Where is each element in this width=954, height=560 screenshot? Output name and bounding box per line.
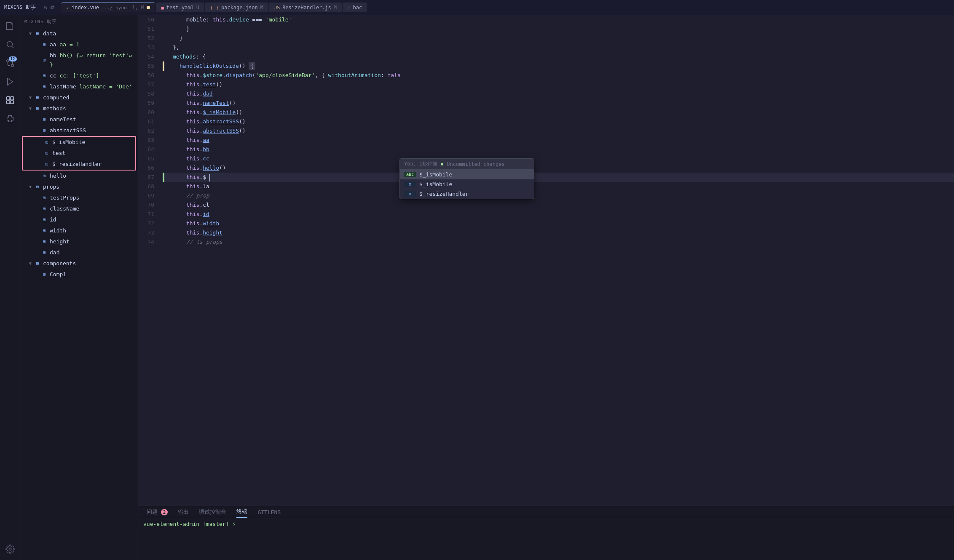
tree-item-bb[interactable]: ⊞ bb bb() {↵ return 'test'↵ }: [20, 50, 138, 70]
tree-item-testProps[interactable]: ⊞ testProps: [20, 192, 138, 203]
output-label: 输出: [178, 509, 189, 515]
tree-item-props[interactable]: ▼ ⊞ props: [20, 181, 138, 192]
code-line-59: this.nameTest(): [163, 99, 954, 108]
aa-icon: ⊞: [40, 40, 48, 49]
editor: 50 51 52 53 54 55 56 57 58 59 60 61 62 6…: [138, 15, 954, 560]
tab-output[interactable]: 输出: [178, 507, 189, 517]
activity-mixins[interactable]: [3, 93, 18, 108]
tab-terminal[interactable]: 终端: [236, 506, 247, 518]
tree-label-components: components: [43, 259, 138, 268]
tree-label-computed: computed: [43, 93, 138, 102]
sidebar: MIXINS 助手 ▼ ⊞ data ⊞ aa aa = 1 ⊞ bb bb()…: [20, 15, 138, 560]
activity-extensions[interactable]: [3, 111, 18, 126]
tab-path: .../layout: [102, 5, 129, 11]
code-content[interactable]: mobile: this.device === 'mobile' } }: [159, 15, 954, 506]
tree-item-nameTest[interactable]: ⊞ nameTest: [20, 114, 138, 125]
svg-marker-4: [7, 78, 13, 85]
terminal-area[interactable]: vue-element-admin [master] ⚡: [138, 518, 954, 560]
tree-item-aa[interactable]: ⊞ aa aa = 1: [20, 39, 138, 50]
autocomplete-item-2[interactable]: ⊕ $_resizeHandler: [400, 189, 534, 199]
code-line-65: this.cc: [163, 154, 954, 163]
panel-tabs: 问题 2 输出 调试控制台 终端 GITLENS: [138, 506, 954, 518]
abstractSSS-icon: ⊞: [40, 126, 48, 135]
autocomplete-item-1[interactable]: ⊕ $_isMobile: [400, 179, 534, 189]
tree-item-resizeHandler[interactable]: ⊞ $_resizeHandler: [23, 159, 135, 170]
autocomplete-dot: [441, 163, 443, 165]
tree-item-height[interactable]: ⊞ height: [20, 236, 138, 247]
source-control-badge: 12: [9, 56, 17, 61]
tree-item-dad[interactable]: ⊞ dad: [20, 247, 138, 258]
tree-item-lastName[interactable]: ⊞ lastName lastName = 'Doe': [20, 81, 138, 92]
tree-item-computed[interactable]: ▼ ⊞ computed: [20, 92, 138, 103]
methods-icon: ⊞: [34, 104, 41, 113]
reload-icon[interactable]: ↻: [44, 4, 48, 11]
className-icon: ⊞: [40, 204, 48, 213]
ac-label-1: $_isMobile: [419, 181, 452, 187]
js-icon: JS: [274, 5, 280, 11]
tree-item-data[interactable]: ▼ ⊞ data: [20, 28, 138, 39]
code-line-57: this.test(): [163, 80, 954, 89]
tree-item-width[interactable]: ⊞ width: [20, 225, 138, 236]
tree-label-bb: bb bb() {↵ return 'test'↵ }: [50, 51, 138, 69]
tree-arrow-components: ▼: [27, 259, 34, 268]
code-line-50: mobile: this.device === 'mobile': [163, 15, 954, 24]
terminal-text: vue-element-admin [master] ⚡: [143, 521, 236, 527]
autocomplete-item-0[interactable]: abc $_isMobile: [400, 170, 534, 179]
tab-badge-index: 1, M: [132, 5, 144, 11]
split-icon[interactable]: ⧉: [51, 4, 54, 11]
code-line-71: this.id: [163, 210, 954, 219]
selected-methods-group: ⊞ $_isMobile ⊞ test ⊞ $_resizeHandler: [22, 136, 136, 171]
svg-point-0: [7, 42, 12, 47]
vue-icon: ✓: [66, 5, 69, 11]
ac-type-fn-2: ⊕: [404, 191, 416, 197]
code-line-69: // prop: [163, 191, 954, 200]
svg-rect-6: [10, 97, 13, 100]
terminal-label: 终端: [236, 508, 247, 515]
code-line-60: this.$_isMobile(): [163, 108, 954, 117]
activity-settings[interactable]: [3, 541, 18, 557]
tree-label-cc: cc cc: ['test']: [50, 71, 138, 80]
activity-files[interactable]: [3, 19, 18, 34]
activity-run[interactable]: [3, 74, 18, 89]
tab-debug-console[interactable]: 调试控制台: [199, 507, 226, 517]
tab-package-json[interactable]: { } package.json M: [205, 3, 268, 12]
tab-gitlens[interactable]: GITLENS: [257, 507, 281, 517]
tree-item-abstractSSS[interactable]: ⊞ abstractSSS: [20, 125, 138, 136]
hello-icon: ⊞: [40, 171, 48, 181]
code-line-54: methods: {: [163, 52, 954, 61]
svg-point-3: [11, 64, 13, 67]
tab-badge-resize: M: [334, 5, 337, 11]
tree-item-comp1[interactable]: ⊞ Comp1: [20, 269, 138, 280]
tab-bac[interactable]: T bac: [343, 3, 367, 12]
svg-line-1: [12, 46, 13, 48]
tab-test-yaml[interactable]: ■ test.yaml U: [156, 3, 204, 12]
debug-label: 调试控制台: [199, 509, 226, 515]
code-line-66: this.hello(): [163, 163, 954, 173]
activity-search[interactable]: [3, 37, 18, 52]
tree-item-methods[interactable]: ▼ ⊞ methods: [20, 103, 138, 114]
code-line-67: this.$_: [163, 173, 954, 182]
code-line-70: this.cl: [163, 200, 954, 210]
ac-type-fn-1: ⊕: [404, 181, 416, 187]
tab-dot: [147, 6, 150, 9]
problems-label: 问题: [147, 509, 161, 515]
components-icon: ⊞: [34, 259, 41, 268]
code-line-51: }: [163, 24, 954, 34]
tree-item-test[interactable]: ⊞ test: [23, 148, 135, 159]
code-line-55: handleClickOutside() {: [163, 61, 954, 71]
tree-item-id[interactable]: ⊞ id: [20, 214, 138, 225]
tree-item-components[interactable]: ▼ ⊞ components: [20, 258, 138, 269]
tree-label-testProps: testProps: [50, 193, 138, 203]
terminal-prompt: vue-element-admin [master] ⚡: [143, 521, 949, 527]
tree-item-className[interactable]: ⊞ className: [20, 203, 138, 214]
tab-index-vue[interactable]: ✓ index.vue .../layout 1, M: [61, 3, 155, 12]
lastName-icon: ⊞: [40, 82, 48, 91]
tree-item-cc[interactable]: ⊞ cc cc: ['test']: [20, 70, 138, 81]
tree-item-hello[interactable]: ⊞ hello: [20, 171, 138, 181]
activity-source-control[interactable]: 12: [3, 56, 18, 71]
tab-resize-handler[interactable]: JS ResizeHandler.js M: [269, 3, 342, 12]
editor-tabs: ✓ index.vue .../layout 1, M ■ test.yaml …: [61, 3, 950, 12]
tree-item-isMobile[interactable]: ⊞ $_isMobile: [23, 137, 135, 148]
tab-problems[interactable]: 问题 2: [147, 507, 168, 517]
autocomplete-dropdown[interactable]: You, 1秒钟前 Uncommitted changes abc $_isMo…: [399, 158, 534, 199]
